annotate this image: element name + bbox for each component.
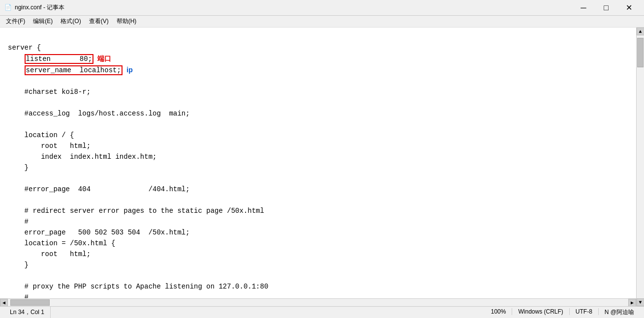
code-line-redirect-comment: # redirect server error pages to the sta… — [8, 207, 264, 269]
minimize-button[interactable]: ─ — [572, 0, 595, 16]
vertical-scrollbar[interactable]: ▲ ▼ — [636, 28, 644, 306]
scroll-track-horizontal[interactable] — [8, 299, 628, 306]
listen-highlight: listen 80; — [25, 54, 93, 64]
code-line-errorpage: #error_page 404 /404.html; — [8, 185, 190, 193]
close-button[interactable]: ✕ — [617, 0, 640, 16]
menu-format[interactable]: 格式(O) — [57, 16, 85, 27]
editor-area: server { listen 80; 端口 server_name local… — [0, 28, 644, 306]
scroll-thumb-vertical[interactable] — [637, 38, 644, 67]
code-line-servername: server_name localhost; ip — [8, 66, 133, 74]
window-controls: ─ □ ✕ — [572, 0, 640, 16]
cursor-position: Ln 34，Col 1 — [4, 307, 51, 318]
encoding: UTF-8 — [570, 308, 599, 315]
window-title: nginx.conf - 记事本 — [15, 3, 572, 12]
status-right: 100% Windows (CRLF) UTF-8 N @阿迫喻 — [485, 308, 640, 317]
code-line-charset: #charset koi8-r; — [8, 88, 91, 96]
code-line-accesslog: #access_log logs/host.access.log main; — [8, 110, 190, 117]
menu-edit[interactable]: 编辑(E) — [29, 16, 57, 27]
code-line-1: server { — [8, 44, 41, 52]
scroll-up-button[interactable]: ▲ — [637, 28, 644, 35]
menu-file[interactable]: 文件(F) — [2, 16, 29, 27]
code-area: server { listen 80; 端口 server_name local… — [8, 31, 636, 298]
app-icon: 📄 — [4, 4, 12, 12]
menu-view[interactable]: 查看(V) — [85, 16, 113, 27]
listen-annotation: 端口 — [97, 55, 111, 62]
servername-highlight: server_name localhost; — [25, 65, 123, 75]
scroll-thumb-horizontal[interactable] — [10, 299, 50, 306]
user-info: N @阿迫喻 — [599, 308, 640, 317]
editor-wrapper: server { listen 80; 端口 server_name local… — [0, 28, 636, 306]
zoom-level: 100% — [485, 308, 513, 315]
title-bar: 📄 nginx.conf - 记事本 ─ □ ✕ — [0, 0, 644, 16]
line-ending: Windows (CRLF) — [512, 308, 569, 315]
maximize-button[interactable]: □ — [595, 0, 617, 16]
scroll-left-button[interactable]: ◀ — [0, 299, 8, 307]
code-line-proxy-comment: # proxy the PHP scripts to Apache listen… — [8, 283, 268, 298]
code-line-location: location / { root html; index index.html… — [8, 131, 156, 172]
scroll-track-vertical[interactable] — [637, 35, 644, 298]
code-line-listen: listen 80; 端口 — [8, 55, 111, 63]
editor-content[interactable]: server { listen 80; 端口 server_name local… — [0, 28, 636, 298]
menu-bar: 文件(F) 编辑(E) 格式(O) 查看(V) 帮助(H) — [0, 16, 644, 28]
status-bar: Ln 34，Col 1 100% Windows (CRLF) UTF-8 N … — [0, 306, 644, 318]
scroll-right-button[interactable]: ▶ — [628, 299, 636, 307]
horizontal-scrollbar[interactable]: ◀ ▶ — [0, 298, 636, 306]
servername-annotation: ip — [126, 66, 132, 74]
menu-help[interactable]: 帮助(H) — [113, 16, 141, 27]
scroll-down-button[interactable]: ▼ — [637, 298, 644, 306]
